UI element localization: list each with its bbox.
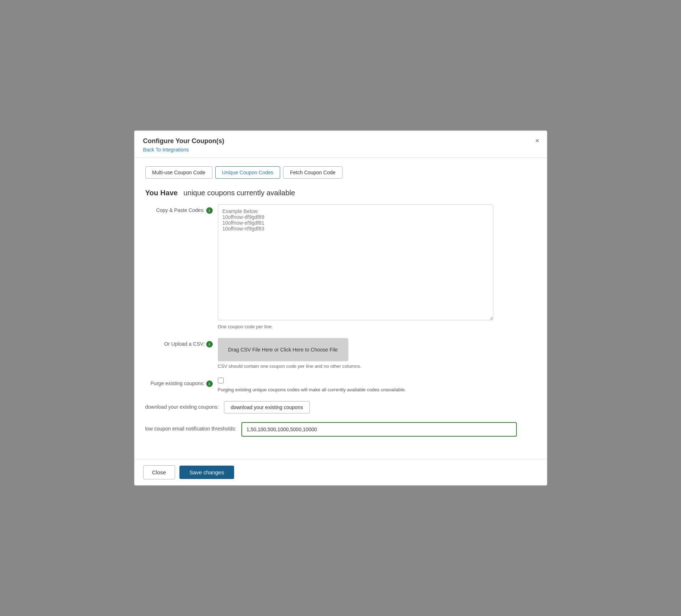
threshold-row: low coupon email notification thresholds… [145, 422, 536, 437]
csv-hint: CSV should contain one coupon code per l… [218, 363, 493, 369]
download-row: download your existing coupons: download… [145, 401, 536, 413]
csv-upload-wrap: Drag CSV File Here or Click Here to Choo… [218, 338, 493, 369]
tab-multi-use[interactable]: Multi-use Coupon Code [145, 166, 212, 179]
purge-label: Purge existing coupons: [150, 380, 204, 386]
close-button[interactable]: Close [143, 465, 175, 479]
tab-unique[interactable]: Unique Coupon Codes [215, 166, 281, 179]
back-to-integrations-link[interactable]: Back To Integrations [143, 147, 189, 153]
csv-upload-info-icon[interactable]: i [206, 341, 213, 347]
you-have-row: You Have unique coupons currently availa… [145, 189, 536, 197]
tab-fetch[interactable]: Fetch Coupon Code [283, 166, 342, 179]
copy-paste-wrap: One coupon code per line. [218, 204, 493, 329]
modal-title: Configure Your Coupon(s) [143, 137, 538, 145]
copy-paste-info-icon[interactable]: i [206, 207, 213, 214]
purge-row: Purge existing coupons: i Purging existi… [145, 378, 536, 392]
save-button[interactable]: Save changes [179, 466, 234, 479]
tabs-row: Multi-use Coupon Code Unique Coupon Code… [145, 166, 536, 179]
csv-upload-row: Or Upload a CSV: i Drag CSV File Here or… [145, 338, 536, 369]
csv-drop-zone[interactable]: Drag CSV File Here or Click Here to Choo… [218, 338, 348, 361]
you-have-prefix: You Have [145, 189, 178, 197]
modal-header: Configure Your Coupon(s) Back To Integra… [134, 131, 547, 158]
threshold-input[interactable] [241, 422, 517, 437]
csv-drop-text: Drag CSV File Here or Click Here to Choo… [228, 347, 338, 353]
purge-info-icon[interactable]: i [206, 380, 213, 387]
you-have-suffix: unique coupons currently available [183, 189, 295, 197]
csv-upload-label: Or Upload a CSV: [164, 341, 205, 347]
download-button[interactable]: download your existing coupons [224, 401, 310, 413]
configure-coupons-modal: Configure Your Coupon(s) Back To Integra… [134, 130, 547, 486]
modal-footer: Close Save changes [134, 459, 547, 485]
close-x-button[interactable]: × [535, 137, 540, 145]
copy-paste-hint: One coupon code per line. [218, 324, 493, 329]
threshold-wrap [241, 422, 517, 437]
modal-body: Multi-use Coupon Code Unique Coupon Code… [134, 158, 547, 459]
download-wrap: download your existing coupons [224, 401, 499, 413]
copy-paste-label: Copy & Paste Codes: [156, 207, 205, 213]
download-label: download your existing coupons: [145, 404, 219, 410]
purge-checkbox[interactable] [218, 378, 224, 383]
purge-wrap: Purging existing unique coupons codes wi… [218, 378, 493, 392]
coupon-codes-textarea[interactable] [218, 204, 493, 320]
threshold-label: low coupon email notification thresholds… [145, 426, 236, 432]
purge-description: Purging existing unique coupons codes wi… [218, 387, 493, 392]
copy-paste-row: Copy & Paste Codes: i One coupon code pe… [145, 204, 536, 329]
